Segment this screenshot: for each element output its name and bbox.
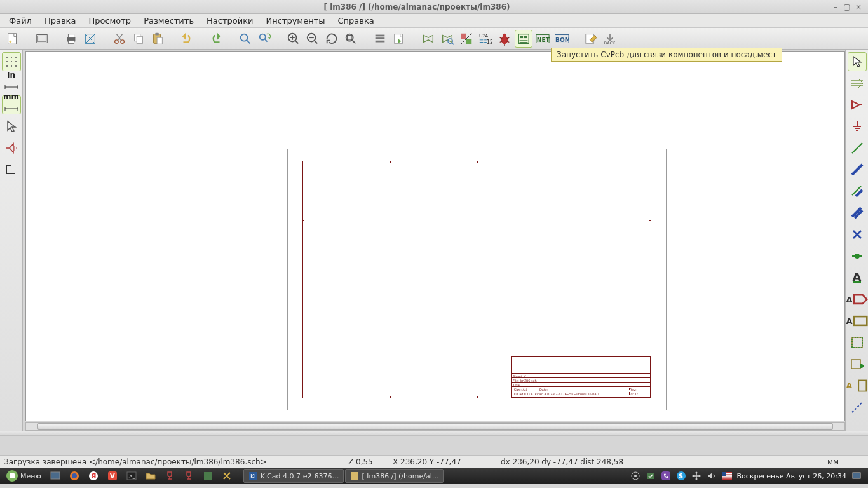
taskbar-wine2[interactable] <box>180 469 198 483</box>
menu-tools[interactable]: Инструменты <box>259 15 331 27</box>
menu-view[interactable]: Просмотр <box>82 15 137 27</box>
os-taskbar: Меню Я V >_ KiKiCad 4.0.7-e2-6376… [ lm3… <box>0 468 868 484</box>
taskbar-yandex[interactable]: Я <box>85 469 102 483</box>
bug-erc-button[interactable] <box>496 30 513 48</box>
window-maximize-button[interactable]: ▢ <box>841 3 853 11</box>
scrollbar-thumb[interactable] <box>37 423 833 430</box>
taskbar-xapp[interactable] <box>218 469 236 483</box>
taskbar-app-generic[interactable] <box>199 469 217 483</box>
tray-update-icon[interactable] <box>646 471 656 481</box>
tray-keyboard-icon[interactable] <box>630 471 641 481</box>
svg-point-30 <box>501 36 508 44</box>
place-component-button[interactable] <box>848 95 867 114</box>
bus-direction-button[interactable] <box>2 160 21 179</box>
svg-text:123: 123 <box>487 39 492 45</box>
place-bus2bus-button[interactable] <box>848 203 867 222</box>
leave-sheet-button[interactable] <box>390 30 408 48</box>
grid-toggle-button[interactable] <box>2 52 21 71</box>
plot-button[interactable] <box>81 30 99 48</box>
place-bus-button[interactable] <box>848 160 867 179</box>
annotate-button[interactable] <box>458 30 475 48</box>
window-minimize-button[interactable]: – <box>830 3 841 11</box>
work-area: In mm <box>0 50 868 431</box>
menu-edit[interactable]: Правка <box>38 15 82 27</box>
tray-desktop-peek-icon[interactable] <box>851 471 862 481</box>
taskbar-clock[interactable]: Воскресенье Август 26, 20:34 <box>737 472 846 480</box>
zoom-fit-button[interactable] <box>342 30 360 48</box>
taskbar-vivaldi[interactable]: V <box>104 469 121 483</box>
svg-rect-34 <box>524 36 527 38</box>
import-sheet-pin-button[interactable] <box>848 355 867 374</box>
menu-help[interactable]: Справка <box>332 15 381 27</box>
print-button[interactable] <box>62 30 80 48</box>
place-junction-button[interactable] <box>848 247 867 266</box>
tray-skype-icon[interactable]: S <box>676 471 686 481</box>
zoom-in-button[interactable] <box>285 30 302 48</box>
library-editor-button[interactable] <box>419 30 437 48</box>
taskbar-terminal[interactable]: >_ <box>123 469 140 483</box>
units-mm-button[interactable]: mm <box>2 95 21 114</box>
taskbar-app-eeschema[interactable]: [ lm386 /] (/home/al… <box>345 469 444 483</box>
import-footprint-button[interactable]: BACK <box>601 30 619 48</box>
place-power-button[interactable] <box>848 117 867 136</box>
highlight-net-button[interactable] <box>848 74 867 93</box>
copy-button[interactable] <box>130 30 147 48</box>
status-message: Загрузка завершена </home/almanac/проект… <box>4 458 341 466</box>
place-wire2bus-button[interactable] <box>848 182 867 201</box>
taskbar-files[interactable] <box>142 469 159 483</box>
svg-rect-55 <box>858 380 866 391</box>
svg-rect-14 <box>157 37 162 44</box>
horizontal-scrollbar[interactable] <box>25 422 845 431</box>
undo-button[interactable] <box>178 30 196 48</box>
tray-viber-icon[interactable] <box>661 471 671 481</box>
splitter-bar[interactable] <box>0 431 868 436</box>
menu-file[interactable]: Файл <box>3 15 38 27</box>
hierarchy-nav-button[interactable] <box>371 30 389 48</box>
run-pcbnew-button[interactable] <box>582 30 600 48</box>
bom-button[interactable]: BOM <box>553 30 571 48</box>
taskbar-app-kicad[interactable]: KiKiCad 4.0.7-e2-6376… <box>243 469 344 483</box>
svg-point-16 <box>260 34 266 39</box>
taskbar-wine[interactable] <box>161 469 179 483</box>
place-globallabel-button[interactable]: A <box>848 290 867 309</box>
status-zoom: Z 0,55 <box>341 458 385 466</box>
taskbar-menu-button[interactable]: Меню <box>3 469 45 483</box>
zoom-out-button[interactable] <box>304 30 322 48</box>
place-netlabel-button[interactable]: A <box>848 268 867 287</box>
redo-button[interactable] <box>207 30 225 48</box>
netlist-button[interactable]: NET <box>534 30 552 48</box>
place-sheet-button[interactable] <box>848 333 867 352</box>
cursor-shape-button[interactable] <box>2 117 21 136</box>
place-wire-button[interactable] <box>848 139 867 158</box>
units-inch-button[interactable]: In <box>2 74 21 93</box>
erc-button[interactable]: U?A123 <box>477 30 494 48</box>
library-browser-button[interactable] <box>438 30 456 48</box>
tray-layout-us-icon[interactable] <box>722 471 732 481</box>
find-button[interactable] <box>236 30 254 48</box>
window-close-button[interactable]: × <box>853 3 864 11</box>
select-tool-button[interactable] <box>848 52 867 71</box>
schematic-canvas[interactable]: Sheet: / File: lm386.sch Title: Size: A4… <box>25 51 845 421</box>
tray-network-icon[interactable] <box>691 471 702 481</box>
svg-rect-13 <box>155 32 159 35</box>
paste-button[interactable] <box>149 30 166 48</box>
page-settings-button[interactable] <box>33 30 51 48</box>
menu-prefs[interactable]: Настройки <box>200 15 259 27</box>
netlabel-A: A <box>853 273 862 283</box>
place-lines-button[interactable] <box>848 398 867 417</box>
run-cvpcb-button[interactable] <box>515 30 532 48</box>
new-schematic-button[interactable] <box>4 30 22 48</box>
find-replace-button[interactable] <box>255 30 273 48</box>
tray-volume-icon[interactable] <box>707 471 717 481</box>
place-sheet-pin-button[interactable]: A <box>848 376 867 395</box>
svg-rect-51 <box>853 316 867 325</box>
taskbar-show-desktop[interactable] <box>46 469 64 483</box>
menu-place[interactable]: Разместить <box>137 15 200 27</box>
zoom-redraw-button[interactable] <box>323 30 341 48</box>
place-noconnect-button[interactable] <box>848 225 867 244</box>
cut-button[interactable] <box>111 30 128 48</box>
hidden-pins-button[interactable] <box>2 139 21 158</box>
place-hierlabel-button[interactable]: A <box>848 311 867 330</box>
sheetpin-A: A <box>846 381 852 390</box>
taskbar-firefox[interactable] <box>65 469 83 483</box>
